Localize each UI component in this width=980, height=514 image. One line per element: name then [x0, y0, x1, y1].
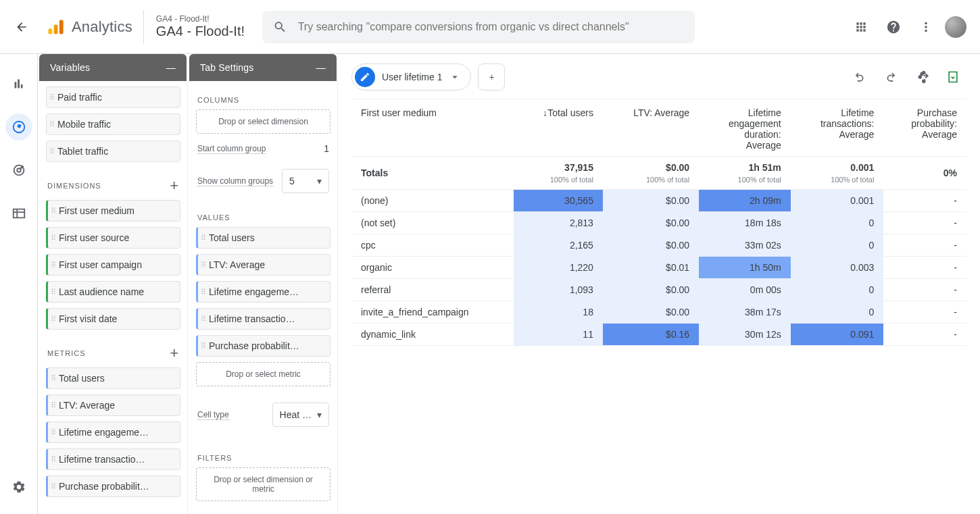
cell-type-select[interactable]: Heat …▾: [272, 403, 329, 427]
value-chip[interactable]: ⠿Lifetime transactio…: [196, 308, 330, 330]
help-button[interactable]: [880, 14, 907, 41]
table-row[interactable]: organic 1,220 $0.01 1h 50m 0.003 -: [351, 257, 966, 279]
chip-label: LTV: Average: [59, 400, 115, 411]
redo-button[interactable]: [877, 63, 904, 91]
dimension-chip[interactable]: ⠿First user campaign: [46, 254, 180, 276]
segment-chip[interactable]: ⠿Paid traffic: [46, 86, 180, 108]
chip-label: First visit date: [59, 313, 117, 324]
chip-label: Purchase probabilit…: [209, 340, 299, 351]
segment-chip[interactable]: ⠿Mobile traffic: [46, 113, 180, 135]
chip-label: Lifetime transactio…: [209, 313, 295, 324]
dimension-chip[interactable]: ⠿First visit date: [46, 308, 180, 330]
report-tab-label: User lifetime 1: [382, 72, 442, 82]
table-header[interactable]: LTV: Average: [603, 99, 699, 157]
share-button[interactable]: [908, 63, 935, 91]
grip-icon: ⠿: [198, 234, 209, 242]
topbar: Analytics GA4 - Flood-It! GA4 - Flood-It…: [0, 0, 980, 54]
more-vert-icon: [918, 20, 933, 34]
columns-section-label: COLUMNS: [197, 96, 239, 104]
nav-admin[interactable]: [5, 473, 32, 500]
nav-explore[interactable]: [5, 113, 32, 140]
svg-rect-1: [54, 24, 58, 34]
nav-reports[interactable]: [5, 70, 32, 97]
table-totals-row: Totals 37,915100% of total $0.00100% of …: [351, 157, 966, 190]
table-row[interactable]: (none) 30,565 $0.00 2h 09m 0.001 -: [351, 190, 966, 212]
table-header[interactable]: Lifetimetransactions:Average: [791, 99, 884, 157]
grip-icon: ⠿: [198, 342, 209, 351]
dimension-chip[interactable]: ⠿First user medium: [46, 200, 180, 222]
edit-tab-button[interactable]: [355, 67, 375, 87]
svg-rect-0: [49, 28, 53, 34]
breadcrumb[interactable]: GA4 - Flood-It! GA4 - Flood-It!: [143, 10, 251, 44]
filters-dropzone[interactable]: Drop or select dimension or metric: [196, 467, 330, 501]
table-header[interactable]: Lifetimeengagementduration:Average: [699, 99, 791, 157]
search-input[interactable]: [298, 21, 684, 33]
value-chip[interactable]: ⠿Total users: [196, 227, 330, 249]
table-row[interactable]: referral 1,093 $0.00 0m 00s 0 -: [351, 279, 966, 301]
variables-minimize-button[interactable]: —: [166, 62, 176, 73]
table-header[interactable]: ↓Total users: [514, 99, 603, 157]
add-tab-button[interactable]: +: [478, 63, 505, 91]
variables-panel-header: Variables —: [39, 54, 187, 81]
chip-label: Last audience name: [59, 286, 144, 297]
chip-label: Lifetime engageme…: [59, 427, 149, 438]
back-button[interactable]: [8, 14, 35, 41]
grip-icon: ⠿: [47, 147, 57, 156]
columns-dropzone[interactable]: Drop or select dimension: [196, 109, 330, 134]
dimension-chip[interactable]: ⠿Last audience name: [46, 281, 180, 303]
value-chip[interactable]: ⠿Purchase probabilit…: [196, 335, 330, 357]
chip-label: First user medium: [59, 205, 134, 216]
svg-rect-2: [59, 20, 64, 34]
nav-advertising[interactable]: [5, 157, 32, 184]
table-header[interactable]: First user medium: [351, 99, 514, 157]
metric-chip[interactable]: ⠿Lifetime transactio…: [46, 448, 180, 470]
table-row[interactable]: (not set) 2,813 $0.00 18m 18s 0 -: [351, 212, 966, 234]
table-row[interactable]: dynamic_link 11 $0.16 30m 12s 0.091 -: [351, 324, 966, 346]
export-button[interactable]: [939, 63, 966, 91]
more-options-button[interactable]: [912, 14, 939, 41]
value-chip[interactable]: ⠿LTV: Average: [196, 254, 330, 276]
tabsettings-minimize-button[interactable]: —: [316, 62, 326, 73]
metric-chip[interactable]: ⠿Total users: [46, 367, 180, 389]
download-icon: [946, 70, 960, 84]
undo-button[interactable]: [846, 63, 873, 91]
metric-chip[interactable]: ⠿Purchase probabilit…: [46, 476, 180, 497]
show-columns-select[interactable]: 5▾: [282, 169, 329, 193]
analytics-logo[interactable]: Analytics: [41, 18, 138, 36]
apps-button[interactable]: [848, 14, 875, 41]
tabsettings-panel: Tab Settings — COLUMNS Drop or select di…: [188, 54, 338, 514]
dimension-chip[interactable]: ⠿First user source: [46, 227, 180, 249]
table-row[interactable]: invite_a_friend_campaign 18 $0.00 38m 17…: [351, 301, 966, 324]
grip-icon: ⠿: [48, 234, 59, 242]
show-columns-label: Show column groups: [197, 176, 273, 186]
analytics-logo-icon: [46, 18, 65, 36]
value-chip[interactable]: ⠿Lifetime engageme…: [196, 281, 330, 303]
bar-chart-icon: [11, 76, 26, 91]
metric-chip[interactable]: ⠿LTV: Average: [46, 394, 180, 416]
gear-icon: [11, 480, 26, 494]
avatar[interactable]: [945, 16, 966, 38]
grip-icon: ⠿: [48, 455, 59, 464]
grip-icon: ⠿: [48, 261, 59, 269]
grip-icon: ⠿: [198, 315, 209, 324]
undo-icon: [853, 70, 866, 84]
chip-label: Total users: [209, 232, 255, 243]
search-bar[interactable]: [262, 11, 695, 43]
segment-chip[interactable]: ⠿Tablet traffic: [46, 140, 180, 162]
tabsettings-panel-header: Tab Settings —: [189, 54, 337, 81]
tabsettings-title: Tab Settings: [200, 62, 253, 73]
table-header[interactable]: Purchaseprobability:Average: [883, 99, 966, 157]
grip-icon: ⠿: [198, 261, 209, 269]
add-metric-button[interactable]: +: [170, 344, 179, 362]
chip-label: Mobile traffic: [57, 119, 111, 130]
chip-label: LTV: Average: [209, 259, 265, 270]
nav-configure[interactable]: [5, 200, 32, 227]
metric-chip[interactable]: ⠿Lifetime engageme…: [46, 421, 180, 443]
values-dropzone[interactable]: Drop or select metric: [196, 362, 330, 386]
report-tab[interactable]: User lifetime 1: [351, 63, 471, 91]
left-nav: [0, 54, 38, 514]
help-icon: [886, 20, 901, 34]
add-dimension-button[interactable]: +: [170, 177, 179, 195]
table-row[interactable]: cpc 2,165 $0.00 33m 02s 0 -: [351, 234, 966, 257]
start-column-value[interactable]: 1: [324, 143, 329, 154]
